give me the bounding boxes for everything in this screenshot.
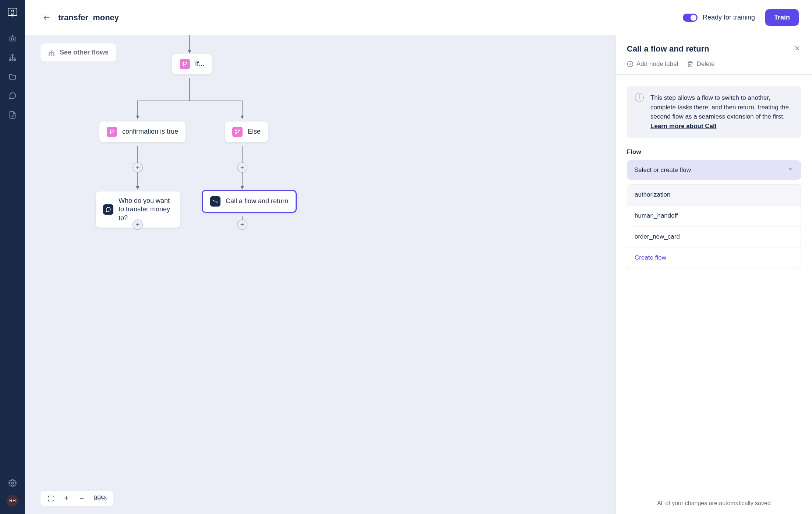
settings-icon[interactable] — [8, 479, 17, 487]
page-title: transfer_money — [58, 13, 119, 22]
node-label: Call a flow and return — [226, 197, 288, 205]
node-label: If... — [195, 60, 204, 68]
create-flow-option[interactable]: Create flow — [627, 247, 801, 268]
svg-text:RA: RA — [11, 10, 14, 13]
info-text: This step allows a flow to switch to ano… — [650, 94, 789, 120]
fullscreen-button[interactable] — [47, 495, 54, 502]
svg-point-29 — [113, 130, 114, 131]
delete-text: Delete — [696, 60, 714, 68]
swap-icon — [210, 196, 220, 207]
info-icon: i — [635, 93, 644, 102]
node-if[interactable]: If... — [172, 54, 212, 74]
svg-text:SA: SA — [11, 13, 14, 15]
svg-point-7 — [12, 35, 13, 36]
chat-icon[interactable] — [8, 91, 17, 100]
node-else[interactable]: Else — [225, 122, 268, 142]
user-avatar[interactable]: RH — [7, 495, 18, 507]
svg-point-5 — [13, 38, 14, 39]
back-button[interactable] — [43, 14, 51, 22]
add-node-button[interactable]: + — [133, 162, 143, 173]
svg-point-30 — [236, 130, 237, 131]
folder-icon[interactable] — [8, 72, 17, 81]
flow-field-label: Flow — [627, 148, 801, 156]
zoom-percent: 99% — [93, 494, 107, 502]
node-label: Else — [248, 127, 261, 136]
node-confirmation-true[interactable]: confirmation is true — [99, 122, 186, 142]
add-node-button[interactable]: + — [237, 219, 247, 230]
branch-icon — [180, 59, 190, 69]
learn-more-link[interactable]: Learn more about Call — [650, 123, 716, 130]
select-placeholder: Select or create flow — [634, 166, 691, 174]
svg-point-9 — [10, 59, 11, 61]
svg-point-24 — [183, 62, 184, 63]
svg-point-4 — [11, 38, 12, 39]
toggle-label: Ready for training — [703, 14, 755, 21]
flow-dropdown: authorization human_handoff order_new_ca… — [627, 184, 801, 268]
node-label: Who do you want to transfer money to? — [119, 197, 173, 222]
node-label: confirmation is true — [122, 127, 178, 136]
flow-select[interactable]: Select or create flow — [627, 160, 801, 180]
header: transfer_money Ready for training Train — [25, 0, 812, 35]
document-icon[interactable] — [8, 110, 17, 119]
add-node-label-text: Add node label — [636, 60, 678, 68]
add-node-button[interactable]: + — [133, 219, 143, 230]
svg-point-27 — [110, 130, 111, 131]
delete-button[interactable]: Delete — [687, 60, 714, 68]
app-logo[interactable]: RA SA — [7, 7, 18, 19]
panel-title: Call a flow and return — [627, 44, 709, 54]
svg-point-8 — [12, 54, 13, 56]
zoom-controls: + − 99% — [40, 491, 113, 506]
svg-point-10 — [12, 59, 13, 61]
dropdown-option-authorization[interactable]: authorization — [627, 184, 801, 205]
zoom-in-button[interactable]: + — [63, 495, 70, 502]
flows-icon[interactable] — [8, 53, 17, 62]
zoom-out-button[interactable]: − — [78, 495, 85, 502]
dropdown-option-order-new-card[interactable]: order_new_card — [627, 226, 801, 247]
chevron-down-icon — [788, 166, 794, 174]
properties-panel: Call a flow and return Add node label De — [615, 35, 812, 514]
svg-point-26 — [186, 62, 187, 63]
svg-point-32 — [239, 130, 240, 131]
svg-point-31 — [236, 133, 237, 134]
branch-icon — [232, 127, 243, 137]
ready-for-training-toggle[interactable] — [683, 14, 698, 22]
sidebar: RA SA RH — [0, 0, 25, 514]
add-node-button[interactable]: + — [237, 162, 247, 173]
autosave-notice: All of your changes are automatically sa… — [616, 493, 812, 514]
svg-rect-3 — [10, 37, 15, 41]
branch-icon — [107, 127, 117, 137]
train-button[interactable]: Train — [765, 9, 799, 26]
flow-canvas[interactable]: See other flows — [25, 35, 615, 514]
dropdown-option-human-handoff[interactable]: human_handoff — [627, 205, 801, 226]
close-panel-button[interactable] — [794, 45, 801, 53]
info-box: i This step allows a flow to switch to a… — [627, 86, 801, 138]
bot-icon[interactable] — [8, 34, 17, 43]
add-node-label-button[interactable]: Add node label — [627, 60, 678, 68]
node-call-flow[interactable]: Call a flow and return — [202, 190, 297, 213]
svg-point-28 — [110, 133, 111, 134]
svg-point-25 — [183, 65, 184, 66]
message-icon — [103, 204, 113, 215]
svg-point-11 — [14, 59, 16, 61]
svg-point-12 — [11, 482, 14, 484]
